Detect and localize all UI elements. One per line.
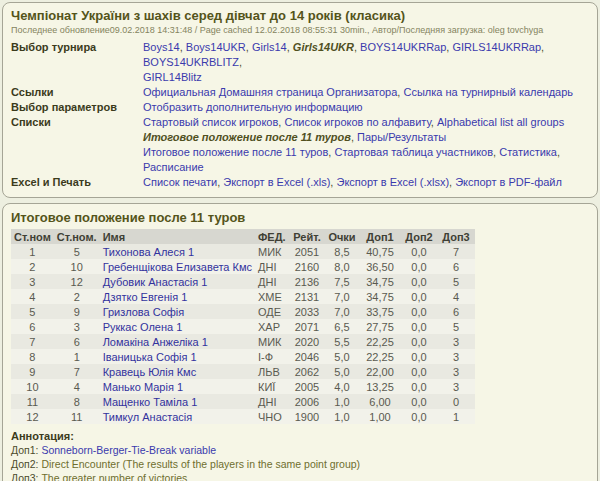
table-cell: 7 bbox=[54, 364, 100, 379]
menu-row-label: Ссылки bbox=[11, 85, 143, 100]
table-cell: 12 bbox=[54, 274, 100, 289]
menu-link[interactable]: Boys14 bbox=[143, 41, 180, 53]
menu-link[interactable]: Официальная Домашняя страница Организато… bbox=[143, 86, 397, 98]
menu-row-label: Выбор параметров bbox=[11, 100, 143, 115]
table-cell: 5 bbox=[437, 274, 475, 289]
player-link[interactable]: Манько Марія 1 bbox=[103, 381, 183, 393]
player-link[interactable]: Тихонова Алеся 1 bbox=[103, 246, 194, 258]
annotation: Аннотация: Доп1: Sonneborn-Berger-Tie-Br… bbox=[11, 429, 589, 481]
page-title: Чемпіонат України з шахів серед дівчат д… bbox=[11, 8, 589, 23]
table-cell: 2033 bbox=[289, 304, 325, 319]
table-cell: 8 bbox=[11, 349, 54, 364]
results-title: Итоговое положение после 11 туров bbox=[11, 210, 589, 225]
player-name-cell: Кравець Юлія Кмс bbox=[100, 364, 255, 379]
menu-link[interactable]: BOYS14UKRBLITZ bbox=[143, 56, 239, 68]
menu-link[interactable]: Boys14UKR bbox=[186, 41, 246, 53]
table-cell: 0 bbox=[437, 394, 475, 409]
player-link[interactable]: Гребенщікова Елизавета Кмс bbox=[103, 261, 252, 273]
table-cell: 0,0 bbox=[401, 259, 437, 274]
table-cell: 8,0 bbox=[325, 259, 359, 274]
table-cell: 33,75 bbox=[359, 304, 401, 319]
table-cell: 1,0 bbox=[325, 409, 359, 424]
menu-link[interactable]: Отобразить дополнительную информацию bbox=[143, 101, 363, 113]
table-cell: 34,75 bbox=[359, 289, 401, 304]
table-cell: 1,00 bbox=[359, 409, 401, 424]
menu-link[interactable]: Список печати bbox=[143, 176, 217, 188]
annotation-text: Direct Encounter (The results of the pla… bbox=[41, 458, 360, 470]
table-cell: 0,0 bbox=[401, 304, 437, 319]
table-cell: 7 bbox=[11, 334, 54, 349]
table-cell: 2062 bbox=[289, 364, 325, 379]
menu-link[interactable]: Пары/Результаты bbox=[357, 131, 446, 143]
table-cell: 22,25 bbox=[359, 349, 401, 364]
menu-link[interactable]: Стартовый список игроков bbox=[143, 116, 278, 128]
menu-link[interactable]: Экспорт в Excel (.xls) bbox=[223, 176, 330, 188]
update-info: Последнее обновление09.02.2018 14:31:48 … bbox=[11, 25, 589, 35]
menu-link[interactable]: GIRLS14UKRRap bbox=[452, 41, 541, 53]
table-cell: МИК bbox=[255, 334, 289, 349]
menu-link[interactable]: Стартовая таблица участников bbox=[334, 146, 493, 158]
table-cell: 22,25 bbox=[359, 334, 401, 349]
table-row: 210Гребенщікова Елизавета КмсДНІ21608,03… bbox=[11, 259, 475, 274]
menu-link[interactable]: Alphabetical list all groups bbox=[437, 116, 564, 128]
annotation-link[interactable]: Sonneborn-Berger-Tie-Break variable bbox=[41, 444, 216, 456]
results-table-body: 15Тихонова Алеся 1МИК20518,540,750,07210… bbox=[11, 244, 475, 424]
player-link[interactable]: Кравець Юлія Кмс bbox=[103, 366, 197, 378]
table-cell: 0,0 bbox=[401, 349, 437, 364]
menu-link[interactable]: GIRL14Blitz bbox=[143, 71, 202, 83]
menu-link[interactable]: Расписание bbox=[143, 161, 204, 173]
menu-link[interactable]: Итоговое положение после 11 туров bbox=[143, 146, 328, 158]
player-link[interactable]: Мащенко Таміла 1 bbox=[103, 396, 198, 408]
results-box: Итоговое положение после 11 туров Ст.ном… bbox=[2, 203, 598, 481]
table-cell: 5 bbox=[437, 319, 475, 334]
table-cell: ХАР bbox=[255, 319, 289, 334]
player-link[interactable]: Ломакіна Анжеліка 1 bbox=[103, 336, 208, 348]
table-cell: ОДЕ bbox=[255, 304, 289, 319]
player-link[interactable]: Тимкул Анастасія bbox=[103, 411, 193, 423]
menu-link[interactable]: Статистика bbox=[499, 146, 557, 158]
table-cell: 6 bbox=[54, 334, 100, 349]
table-cell: 5,5 bbox=[325, 334, 359, 349]
player-link[interactable]: Гризлова Софія bbox=[103, 306, 185, 318]
menu-link[interactable]: Экспорт в Excel (.xlsx) bbox=[336, 176, 449, 188]
player-link[interactable]: Руккас Олена 1 bbox=[103, 321, 183, 333]
table-cell: 10 bbox=[11, 379, 54, 394]
table-row: 118Мащенко Таміла 1ДНІ20061,06,000,00 bbox=[11, 394, 475, 409]
table-cell: 2160 bbox=[289, 259, 325, 274]
menu-link[interactable]: Girls14 bbox=[252, 41, 287, 53]
table-cell: 0,0 bbox=[401, 334, 437, 349]
table-row: 81Іваницька Софія 1І-Ф20465,022,250,03 bbox=[11, 349, 475, 364]
player-name-cell: Мащенко Таміла 1 bbox=[100, 394, 255, 409]
table-cell: 12 bbox=[11, 409, 54, 424]
table-row: 59Гризлова СофіяОДЕ20337,033,750,06 bbox=[11, 304, 475, 319]
table-cell: 1 bbox=[437, 409, 475, 424]
table-cell: 4,0 bbox=[325, 379, 359, 394]
table-cell: 6 bbox=[437, 304, 475, 319]
table-cell: 1,0 bbox=[325, 394, 359, 409]
table-cell: 40,75 bbox=[359, 244, 401, 259]
menu-link[interactable]: Экспорт в PDF-файл bbox=[455, 176, 562, 188]
header-row: Ст.номСт.ном.ИмяФЕД.Рейт.ОчкиДоп1Доп2Доп… bbox=[11, 229, 475, 244]
player-name-cell: Тимкул Анастасія bbox=[100, 409, 255, 424]
column-header: Доп1 bbox=[359, 229, 401, 244]
player-link[interactable]: Іваницька Софія 1 bbox=[103, 351, 197, 363]
player-name-cell: Дзятко Евгенія 1 bbox=[100, 289, 255, 304]
annotation-text: The greater number of victories bbox=[41, 472, 187, 481]
table-cell: 3 bbox=[437, 334, 475, 349]
column-header: Доп3 bbox=[437, 229, 475, 244]
table-cell: 11 bbox=[11, 394, 54, 409]
table-cell: 5,0 bbox=[325, 349, 359, 364]
table-cell: 6 bbox=[11, 319, 54, 334]
table-cell: 2020 bbox=[289, 334, 325, 349]
menu-link[interactable]: BOYS14UKRRap bbox=[360, 41, 446, 53]
menu-link[interactable]: Ссылка на турнирный календарь bbox=[403, 86, 573, 98]
player-link[interactable]: Дзятко Евгенія 1 bbox=[103, 291, 188, 303]
table-cell: 2051 bbox=[289, 244, 325, 259]
tournament-header-box: Чемпіонат України з шахів серед дівчат д… bbox=[2, 2, 598, 198]
table-cell: 0,0 bbox=[401, 379, 437, 394]
player-link[interactable]: Дубовик Анастасія 1 bbox=[103, 276, 208, 288]
menu-row-links: СсылкиОфициальная Домашняя страница Орга… bbox=[11, 85, 589, 100]
column-header: Рейт. bbox=[289, 229, 325, 244]
menu-link[interactable]: Список игроков по алфавиту bbox=[284, 116, 430, 128]
table-cell: 7,0 bbox=[325, 289, 359, 304]
